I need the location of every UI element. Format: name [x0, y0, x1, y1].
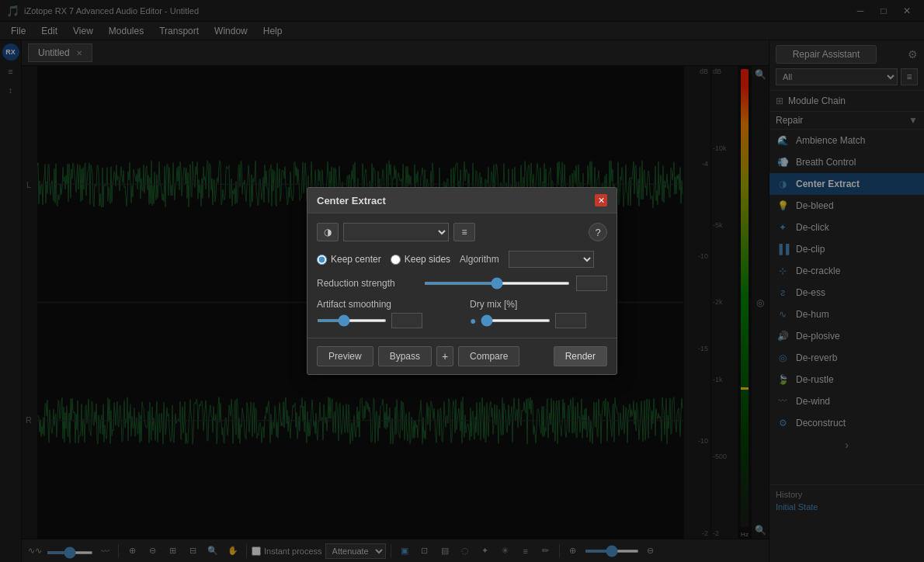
modal-toolbar: ◑ ≡ ? [317, 223, 607, 241]
plus-button[interactable]: + [436, 346, 453, 366]
compare-button[interactable]: Compare [458, 346, 519, 366]
modal-menu-button[interactable]: ≡ [453, 223, 475, 241]
algorithm-select[interactable] [509, 251, 594, 268]
param-section: Reduction strength 1.0 [317, 276, 607, 291]
keep-center-input[interactable] [317, 255, 327, 265]
dry-mix-dot-icon: ● [470, 314, 476, 327]
modal-overlay[interactable]: Center Extract ✕ ◑ ≡ ? Keep center [0, 0, 924, 562]
bypass-button[interactable]: Bypass [378, 346, 432, 366]
reduction-strength-label: Reduction strength [317, 278, 418, 289]
algorithm-label: Algorithm [460, 254, 499, 265]
reduction-strength-value[interactable]: 1.0 [576, 276, 607, 291]
dry-mix-label: Dry mix [%] [470, 299, 607, 310]
reduction-strength-row: Reduction strength 1.0 [317, 276, 607, 291]
artifact-smoothing-slider[interactable] [317, 319, 387, 322]
render-button[interactable]: Render [554, 346, 607, 366]
keep-center-label: Keep center [331, 254, 381, 265]
artifact-smoothing-value[interactable]: 5.0 [391, 313, 422, 328]
modal-footer: Preview Bypass + Compare Render [307, 338, 617, 374]
dry-mix-param: Dry mix [%] ● 0 [470, 299, 607, 328]
keep-sides-radio[interactable]: Keep sides [391, 254, 450, 265]
modal-header: Center Extract ✕ [307, 188, 617, 213]
modal-title: Center Extract [317, 195, 386, 206]
preview-button[interactable]: Preview [317, 346, 373, 366]
artifact-smoothing-controls: 5.0 [317, 313, 454, 328]
keep-center-radio[interactable]: Keep center [317, 254, 381, 265]
modal-body: ◑ ≡ ? Keep center Keep sides Algorithm [307, 213, 617, 338]
keep-sides-label: Keep sides [405, 254, 450, 265]
dry-mix-section: Artifact smoothing 5.0 Dry mix [%] ● 0 [317, 299, 607, 328]
modal-theme-button[interactable]: ◑ [317, 223, 339, 241]
center-extract-modal: Center Extract ✕ ◑ ≡ ? Keep center [307, 187, 617, 375]
keep-sides-input[interactable] [391, 255, 401, 265]
modal-close-button[interactable]: ✕ [595, 194, 607, 206]
dry-mix-controls: ● 0 [470, 313, 607, 328]
preset-select[interactable] [343, 223, 449, 241]
dry-mix-slider[interactable] [481, 319, 551, 322]
mode-row: Keep center Keep sides Algorithm [317, 251, 607, 268]
reduction-strength-slider[interactable] [424, 282, 570, 285]
artifact-smoothing-param: Artifact smoothing 5.0 [317, 299, 454, 328]
artifact-smoothing-label: Artifact smoothing [317, 299, 454, 310]
dry-mix-value[interactable]: 0 [555, 313, 586, 328]
modal-help-button[interactable]: ? [589, 223, 607, 241]
